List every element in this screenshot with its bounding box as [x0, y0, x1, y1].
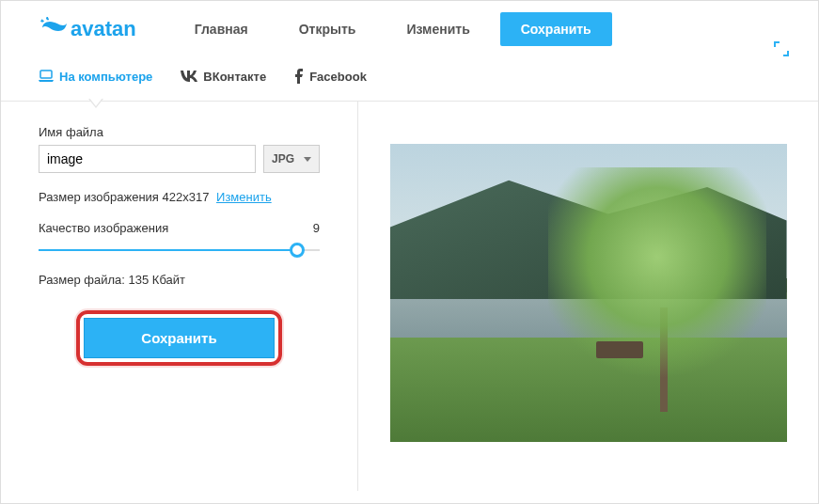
save-button[interactable]: Сохранить — [84, 318, 274, 358]
image-size-label: Размер изображения 422x317 — [39, 190, 209, 204]
fullscreen-icon[interactable] — [773, 40, 790, 60]
logo[interactable]: avatan — [39, 17, 136, 41]
tab-vk[interactable]: ВКонтакте — [181, 66, 266, 87]
nav-edit[interactable]: Изменить — [386, 12, 490, 46]
format-select[interactable]: JPG — [263, 145, 320, 173]
tab-fb-label: Facebook — [309, 70, 367, 84]
tab-facebook[interactable]: Facebook — [294, 65, 367, 87]
nav-home[interactable]: Главная — [174, 12, 269, 46]
slider-fill — [39, 249, 297, 251]
facebook-icon — [294, 69, 304, 84]
save-highlight: Сохранить — [76, 310, 281, 366]
nav-save[interactable]: Сохранить — [500, 12, 612, 46]
change-size-link[interactable]: Изменить — [216, 190, 272, 204]
tab-computer-label: На компьютере — [59, 70, 152, 84]
svg-rect-0 — [40, 71, 52, 78]
nav-open[interactable]: Открыть — [278, 12, 377, 46]
chevron-down-icon — [304, 157, 311, 162]
quality-label: Качество изображения — [39, 221, 168, 235]
slider-thumb[interactable] — [290, 243, 305, 258]
format-value: JPG — [272, 152, 294, 165]
filename-input[interactable] — [39, 145, 256, 173]
tab-vk-label: ВКонтакте — [203, 70, 266, 84]
laptop-icon — [39, 70, 54, 83]
quality-slider[interactable] — [39, 241, 320, 260]
whale-icon — [39, 17, 67, 41]
filesize-label: Размер файла: 135 Кбайт — [39, 273, 320, 287]
filename-label: Имя файла — [39, 125, 320, 139]
vk-icon — [181, 71, 197, 82]
logo-text: avatan — [71, 17, 136, 41]
tab-computer[interactable]: На компьютере — [39, 66, 152, 87]
image-preview — [390, 144, 787, 442]
quality-value: 9 — [313, 221, 320, 235]
